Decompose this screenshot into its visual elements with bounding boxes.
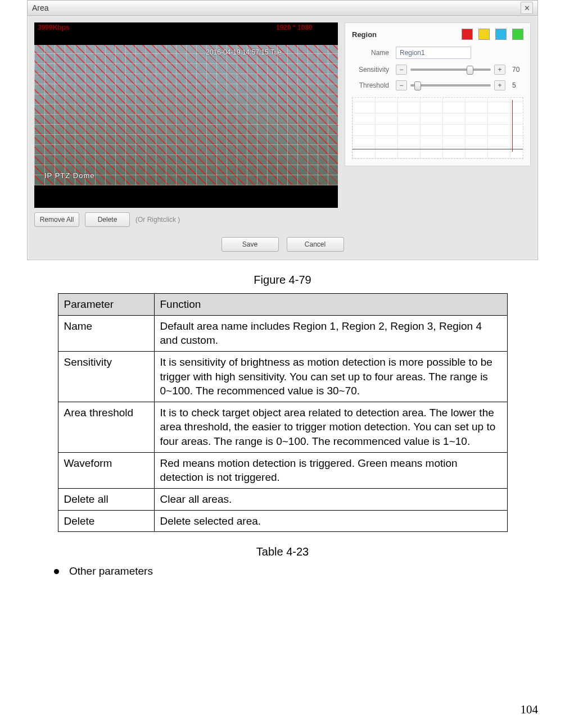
table-row: SensitivityIt is sensitivity of brightne… [58, 351, 507, 402]
overlay-bitrate: 3999Kbps [38, 24, 70, 31]
region-color-1[interactable] [462, 29, 473, 40]
threshold-value: 5 [512, 81, 523, 89]
cancel-button[interactable]: Cancel [287, 237, 344, 252]
table-row: NameDefault area name includes Region 1,… [58, 315, 507, 351]
page-number: 104 [521, 703, 539, 717]
overlay-timestamp: 2016-04-19 14:57:15 Tue [206, 48, 282, 56]
table-row: Area thresholdIt is to check target obje… [58, 402, 507, 452]
th-function: Function [154, 294, 507, 316]
delete-button[interactable]: Delete [85, 212, 130, 227]
th-parameter: Parameter [58, 294, 154, 316]
region-color-swatches [462, 29, 523, 40]
minus-button[interactable]: − [396, 65, 407, 75]
region-color-4[interactable] [512, 29, 523, 40]
figure-caption: Figure 4-79 [27, 274, 538, 286]
threshold-slider[interactable]: − + [396, 80, 505, 90]
minus-button[interactable]: − [396, 80, 407, 90]
threshold-label: Threshold [352, 81, 389, 89]
region-panel: Region Name Region1 Sensitivity [345, 22, 531, 166]
name-label: Name [352, 49, 389, 57]
plus-button[interactable]: + [494, 65, 505, 75]
sensitivity-slider[interactable]: − + [396, 65, 505, 75]
save-button[interactable]: Save [222, 237, 279, 252]
region-color-2[interactable] [478, 29, 490, 40]
close-icon: ✕ [524, 4, 530, 12]
region-color-3[interactable] [495, 29, 507, 40]
bullet-item: Other parameters [54, 565, 538, 577]
close-button[interactable]: ✕ [521, 2, 533, 14]
bullet-text: Other parameters [69, 565, 153, 577]
table-caption: Table 4-23 [27, 545, 538, 558]
dialog-title: Area [32, 3, 49, 12]
overlay-resolution: 1920 * 1080 [276, 24, 313, 31]
rightclick-hint: (Or Rightclick ) [135, 216, 180, 224]
overlay-osd: IP PTZ Dome [44, 171, 95, 180]
table-row: WaveformRed means motion detection is tr… [58, 452, 507, 488]
name-input[interactable]: Region1 [396, 47, 471, 59]
sensitivity-label: Sensitivity [352, 66, 389, 74]
bullet-icon [54, 569, 59, 574]
sensitivity-thumb[interactable] [467, 66, 473, 75]
video-preview[interactable]: 3999Kbps 1920 * 1080 2016-04-19 14:57:15… [34, 22, 338, 208]
sensitivity-value: 70 [512, 66, 523, 74]
table-row: Delete allClear all areas. [58, 489, 507, 511]
table-row: DeleteDelete selected area. [58, 510, 507, 532]
waveform-chart [352, 97, 523, 159]
plus-button[interactable]: + [494, 80, 505, 90]
region-header: Region [352, 30, 377, 39]
remove-all-button[interactable]: Remove All [34, 212, 79, 227]
threshold-thumb[interactable] [414, 81, 421, 90]
parameter-table: Parameter Function NameDefault area name… [58, 293, 508, 532]
dialog-titlebar: Area ✕ [28, 1, 537, 16]
area-dialog: Area ✕ 3999Kbps 1920 * 1080 2016-04-19 1… [27, 0, 538, 260]
